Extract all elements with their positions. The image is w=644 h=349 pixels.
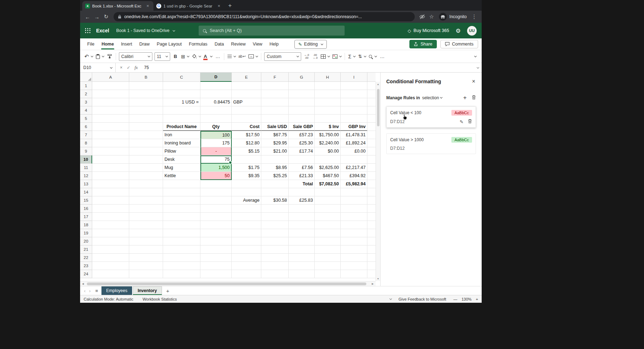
cell-E8[interactable]: $12.80: [232, 139, 261, 147]
cell-D11[interactable]: 1,500: [200, 164, 232, 172]
cell-E9[interactable]: $5.15: [232, 147, 261, 155]
cell-C16[interactable]: [163, 205, 200, 213]
cell-H1[interactable]: [315, 82, 341, 90]
browser-tab-excel[interactable]: X Book 1.xlsx - Microsoft Exc ×: [82, 1, 153, 11]
cell-B10[interactable]: [129, 155, 163, 164]
cell-D16[interactable]: [200, 205, 232, 213]
row-header-6[interactable]: 6: [80, 123, 92, 131]
cell-E23[interactable]: [232, 262, 261, 270]
cell-I5[interactable]: [341, 115, 367, 123]
column-header-E[interactable]: E: [232, 73, 261, 82]
cell-E5[interactable]: [232, 115, 261, 123]
cell-I16[interactable]: [341, 205, 367, 213]
cell-H10[interactable]: [315, 155, 341, 164]
cell-I11[interactable]: £2,217.47: [341, 164, 367, 172]
zoom-in-button[interactable]: +: [476, 297, 478, 301]
cell-I15[interactable]: [341, 196, 367, 205]
cell-G10[interactable]: [289, 155, 315, 164]
cell-F23[interactable]: [261, 262, 289, 270]
cell-I1[interactable]: [341, 82, 367, 90]
cell-B2[interactable]: [129, 90, 163, 98]
select-all-corner[interactable]: [80, 73, 92, 82]
cell-A21[interactable]: [92, 245, 129, 254]
horizontal-scroll-thumb[interactable]: [87, 282, 366, 285]
column-header-C[interactable]: C: [163, 73, 200, 82]
cell-C14[interactable]: [163, 188, 200, 196]
comments-button[interactable]: Comments: [440, 40, 478, 48]
cell-A14[interactable]: [92, 188, 129, 196]
cell-F9[interactable]: $21.00: [261, 147, 289, 155]
cell-B21[interactable]: [129, 245, 163, 254]
cell-G7[interactable]: £57.23: [289, 131, 315, 139]
cell-A15[interactable]: [92, 196, 129, 205]
cell-C13[interactable]: [163, 180, 200, 188]
cell-H9[interactable]: $0.00: [315, 147, 341, 155]
cell-D12[interactable]: 50: [200, 172, 232, 180]
cell-A3[interactable]: [92, 98, 129, 106]
zoom-level[interactable]: 130%: [461, 297, 471, 301]
tab-close-icon[interactable]: ×: [145, 3, 151, 9]
menu-home[interactable]: Home: [98, 39, 117, 49]
cell-E22[interactable]: [232, 254, 261, 262]
cell-I24[interactable]: [341, 270, 367, 278]
browser-menu-icon[interactable]: ⋮: [470, 12, 479, 21]
cell-H24[interactable]: [315, 270, 341, 278]
cell-H19[interactable]: [315, 229, 341, 237]
undo-button[interactable]: ↶: [83, 52, 94, 62]
cell-F4[interactable]: [261, 106, 289, 115]
app-name[interactable]: Excel: [96, 28, 109, 33]
cell-A24[interactable]: [92, 270, 129, 278]
cell-C24[interactable]: [163, 270, 200, 278]
all-sheets-menu-icon[interactable]: ≡: [93, 288, 101, 294]
name-box[interactable]: D10: [80, 63, 116, 72]
cell-F1[interactable]: [261, 82, 289, 90]
cell-B18[interactable]: [129, 221, 163, 229]
cell-B3[interactable]: [129, 98, 163, 106]
cell-H23[interactable]: [315, 262, 341, 270]
cell-D10[interactable]: 75: [200, 155, 232, 164]
cell-E10[interactable]: [232, 155, 261, 164]
next-sheet-icon[interactable]: ›: [87, 288, 92, 294]
cell-G1[interactable]: [289, 82, 315, 90]
cell-C6[interactable]: Product Name: [163, 123, 200, 131]
cell-H5[interactable]: [315, 115, 341, 123]
row-header-16[interactable]: 16: [80, 205, 92, 213]
cell-D21[interactable]: [200, 245, 232, 254]
cell-C4[interactable]: [163, 106, 200, 115]
cell-F6[interactable]: Sale USD: [261, 123, 289, 131]
expand-formula-bar-button[interactable]: [472, 63, 482, 72]
alignment-button[interactable]: [226, 52, 237, 62]
cell-G23[interactable]: [289, 262, 315, 270]
cell-B17[interactable]: [129, 213, 163, 221]
cell-I12[interactable]: £394.92: [341, 172, 367, 180]
cell-B4[interactable]: [129, 106, 163, 115]
cell-H4[interactable]: [315, 106, 341, 115]
cell-I18[interactable]: [341, 221, 367, 229]
row-header-3[interactable]: 3: [80, 98, 92, 106]
cell-C7[interactable]: Iron: [163, 131, 200, 139]
cell-D3[interactable]: 0.84475: [200, 98, 232, 106]
cell-E15[interactable]: Average: [232, 196, 261, 205]
menu-help[interactable]: Help: [266, 39, 282, 49]
cell-A10[interactable]: [92, 155, 129, 164]
browser-tab-google[interactable]: G 1 usd in gbp - Google Sear ×: [153, 1, 225, 11]
cell-F13[interactable]: [261, 180, 289, 188]
fx-icon[interactable]: fx: [135, 65, 138, 70]
column-header-B[interactable]: B: [129, 73, 163, 82]
cell-D9[interactable]: -: [200, 147, 232, 155]
calculation-mode[interactable]: Calculation Mode: Automatic: [84, 297, 133, 301]
menu-formulas[interactable]: Formulas: [185, 39, 211, 49]
cell-I4[interactable]: [341, 106, 367, 115]
cell-G24[interactable]: [289, 270, 315, 278]
cell-G11[interactable]: £7.56: [289, 164, 315, 172]
cell-G12[interactable]: £21.33: [289, 172, 315, 180]
row-header-12[interactable]: 12: [80, 172, 92, 180]
give-feedback-link[interactable]: Give Feedback to Microsoft: [399, 297, 446, 301]
cell-D6[interactable]: Qty: [200, 123, 232, 131]
cell-G3[interactable]: [289, 98, 315, 106]
cell-F14[interactable]: [261, 188, 289, 196]
row-header-11[interactable]: 11: [80, 164, 92, 172]
cell-I14[interactable]: [341, 188, 367, 196]
row-header-17[interactable]: 17: [80, 213, 92, 221]
cell-I23[interactable]: [341, 262, 367, 270]
